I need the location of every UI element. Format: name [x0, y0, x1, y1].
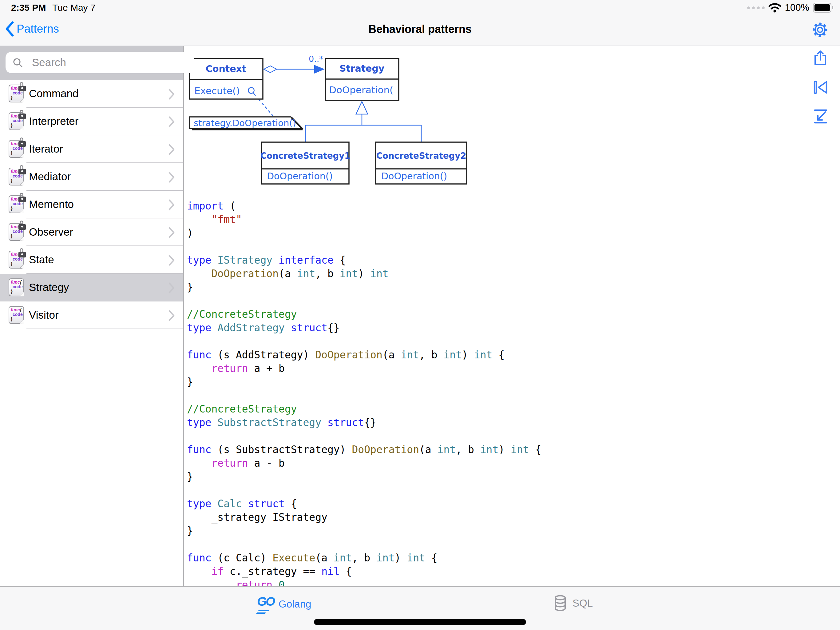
page-fold — [20, 264, 24, 268]
code-document-icon: func code } — [9, 195, 24, 213]
code-document-icon: func{ code } — [9, 306, 24, 324]
lock-icon — [19, 82, 26, 91]
code-document-icon: func code } — [9, 85, 24, 103]
code-line: import ( — [187, 199, 541, 213]
tab-sql[interactable]: SQL — [553, 595, 593, 612]
code-line — [187, 294, 541, 308]
multiplicity-label: 0..* — [309, 54, 324, 64]
lock-icon — [19, 110, 26, 119]
code-line: type SubstractStrategy struct{} — [187, 416, 541, 429]
pattern-label: Observer — [29, 226, 73, 238]
code-line: return 0 — [187, 578, 541, 586]
page-title: Behavioral patterns — [0, 23, 840, 36]
sidebar-item-strategy[interactable]: func{ code } Strategy — [0, 274, 183, 301]
note-text: strategy.DoOperation() — [194, 118, 296, 128]
code-document-icon: func code } — [9, 140, 24, 158]
chevron-right-icon — [168, 199, 175, 211]
lock-icon — [19, 220, 26, 230]
sidebar-item-iterator[interactable]: func code } Iterator — [0, 135, 183, 163]
golang-logo-icon: GO — [257, 595, 274, 614]
pattern-label: Iterator — [29, 143, 63, 155]
chevron-right-icon — [168, 255, 175, 266]
code-line: return a + b — [187, 362, 541, 375]
class-member: DoOperation() — [381, 171, 447, 182]
share-button[interactable] — [812, 50, 828, 66]
tab-golang[interactable]: GO Golang — [257, 595, 311, 614]
search-header — [0, 46, 183, 80]
page-fold — [20, 126, 24, 130]
class-box-context: Context Execute() — [189, 59, 263, 99]
pattern-label: Visitor — [29, 309, 59, 321]
code-line: if c._strategy == nil { — [187, 565, 541, 578]
note-box: strategy.DoOperation() — [190, 117, 303, 130]
pattern-label: Mediator — [29, 171, 71, 183]
sidebar-item-mediator[interactable]: func code } Mediator — [0, 163, 183, 191]
code-document-icon: func{ code } — [9, 279, 24, 296]
class-member: Execute() — [194, 85, 240, 96]
page-fold — [20, 209, 24, 213]
sidebar-item-memento[interactable]: func code } Memento — [0, 191, 183, 218]
pattern-detail-pane[interactable]: 0..* Context Execute() Strategy DoOperat… — [185, 46, 840, 586]
chevron-right-icon — [168, 116, 175, 128]
lock-icon — [19, 193, 26, 202]
inheritance-lines — [305, 114, 421, 142]
status-time: 2:35 PM — [11, 2, 46, 13]
chevron-right-icon — [168, 227, 175, 238]
page-fold — [20, 292, 24, 296]
class-box-concretestrategy2: ConcreteStrategy2 DoOperation() — [376, 142, 467, 184]
code-line: "fmt" — [187, 213, 541, 226]
lock-icon — [19, 165, 26, 174]
lock-icon — [19, 248, 26, 258]
code-line: } — [187, 470, 541, 484]
page-fold — [20, 98, 24, 102]
code-document-icon: func code } — [9, 223, 24, 241]
collapse-down-left-button[interactable] — [812, 108, 828, 124]
page-fold — [20, 154, 24, 157]
sidebar: func code } Command func code } Interpre… — [0, 46, 184, 586]
pattern-label: Command — [29, 87, 78, 100]
gear-icon — [812, 22, 828, 38]
code-line: return a - b — [187, 456, 541, 470]
code-line — [187, 389, 541, 402]
share-icon — [812, 50, 828, 66]
code-document-icon: func code } — [9, 168, 24, 185]
pattern-label: State — [29, 253, 54, 266]
collapse-down-left-icon — [812, 108, 828, 124]
database-icon — [553, 595, 568, 612]
sidebar-item-state[interactable]: func code } State — [0, 246, 183, 274]
code-line: } — [187, 524, 541, 538]
pattern-label: Interpreter — [29, 115, 78, 127]
code-line: func (s AddStrategy) DoOperation(a int, … — [187, 348, 541, 362]
status-right-cluster: 100% — [747, 2, 831, 14]
battery-percent-label: 100% — [785, 2, 809, 13]
chevron-right-icon — [168, 310, 175, 321]
cellular-dots-icon — [747, 6, 765, 9]
code-document-icon: func code } — [9, 251, 24, 269]
code-line: } — [187, 375, 541, 389]
arrow-head — [314, 65, 325, 73]
code-line: DoOperation(a int, b int) int — [187, 267, 541, 280]
class-name: ConcreteStrategy1 — [261, 151, 351, 161]
settings-button[interactable] — [812, 22, 828, 38]
home-indicator[interactable] — [314, 619, 526, 625]
code-line: } — [187, 280, 541, 294]
page-fold — [20, 181, 24, 185]
sidebar-item-interpreter[interactable]: func code } Interpreter — [0, 108, 183, 135]
code-line: ) — [187, 226, 541, 240]
chevron-right-icon — [168, 171, 175, 183]
code-line — [187, 240, 541, 253]
search-input[interactable] — [6, 52, 194, 73]
code-document-icon: func code } — [9, 112, 24, 130]
code-line: type IStrategy interface { — [187, 253, 541, 267]
code-block[interactable]: import ( "fmt") type IStrategy interface… — [187, 199, 541, 586]
page-fold — [20, 237, 24, 241]
sidebar-item-visitor[interactable]: func{ code } Visitor — [0, 301, 183, 329]
chevron-right-icon — [168, 88, 175, 100]
code-line: type Calc struct { — [187, 497, 541, 511]
code-line — [187, 484, 541, 497]
class-name: Context — [206, 63, 246, 74]
skip-to-start-button[interactable] — [812, 79, 828, 95]
sidebar-item-command[interactable]: func code } Command — [0, 80, 183, 108]
top-chrome: 2:35 PM Tue May 7 100% Patterns Behavior… — [0, 0, 840, 46]
sidebar-item-observer[interactable]: func code } Observer — [0, 218, 183, 246]
